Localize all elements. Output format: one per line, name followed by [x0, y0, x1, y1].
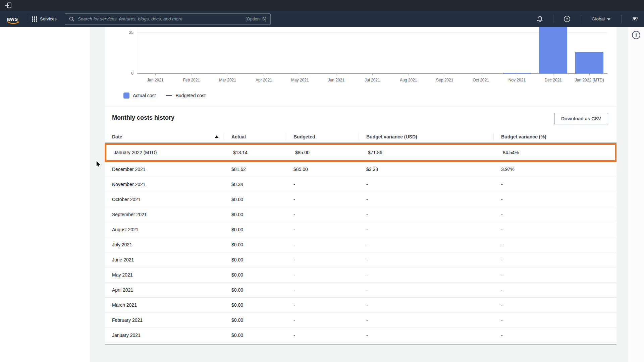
cell-actual: $81.62 [224, 162, 286, 177]
cell-variance_pct: - [494, 328, 616, 343]
cell-date: October 2021 [105, 192, 224, 207]
y-axis-tick-25: 25 [107, 30, 133, 35]
legend-swatch-budgeted-cost[interactable] [166, 95, 172, 96]
x-axis-tick [589, 74, 590, 75]
cell-variance_usd: - [359, 252, 494, 267]
chart-plot-area: Jan 2021Feb 2021Mar 2021Apr 2021May 2021… [137, 27, 607, 73]
cell-date: July 2021 [105, 237, 224, 252]
x-axis-label: Dec 2021 [545, 78, 562, 82]
cell-variance_usd: - [359, 328, 494, 343]
table-row-february-2021[interactable]: February 2021$0.00--- [105, 313, 616, 328]
sort-ascending-icon [215, 135, 219, 138]
column-header-label: Budgeted [293, 134, 315, 139]
search-input[interactable]: Search for services, features, blogs, do… [65, 13, 271, 25]
table-row-september-2021[interactable]: September 2021$0.00--- [105, 207, 616, 222]
x-axis-label: Nov 2021 [508, 78, 526, 82]
cell-variance_pct: 84.54% [495, 145, 618, 160]
page-background: 25 0 Jan 2021Feb 2021Mar 2021Apr 2021May… [0, 27, 644, 362]
table-row-january-2022-mtd-[interactable]: January 2022 (MTD)$13.14$85.00$71.8684.5… [106, 145, 615, 160]
table-row-march-2021[interactable]: March 2021$0.00--- [105, 298, 616, 313]
cell-date: December 2021 [105, 162, 224, 177]
cell-variance_usd: - [359, 298, 494, 312]
cell-actual: $0.00 [224, 298, 286, 312]
column-header-actual[interactable]: Actual [224, 131, 286, 142]
legend-label-actual-cost[interactable]: Actual cost [133, 93, 156, 98]
y-axis-tick-0: 0 [107, 71, 133, 76]
help-button[interactable]: ? [558, 15, 576, 22]
cell-date: September 2021 [105, 207, 224, 222]
x-axis-label: Jun 2021 [328, 78, 344, 82]
x-axis-label: Oct 2021 [473, 78, 489, 82]
cell-actual: $0.00 [224, 207, 286, 222]
bar-jan-2022-mtd-[interactable] [575, 52, 603, 73]
question-mark-icon: ? [564, 15, 571, 22]
legend-label-budgeted-cost[interactable]: Budgeted cost [175, 93, 206, 98]
cell-budgeted: - [286, 252, 359, 267]
table-row-august-2021[interactable]: August 2021$0.00--- [105, 222, 616, 237]
aws-logo[interactable]: aws [7, 16, 22, 22]
cell-variance_usd: - [359, 192, 494, 207]
cell-date: January 2021 [105, 328, 224, 343]
budget-detail-card: 25 0 Jan 2021Feb 2021Mar 2021Apr 2021May… [105, 27, 616, 345]
x-axis-tick [481, 74, 481, 75]
cost-history-chart: 25 0 Jan 2021Feb 2021Mar 2021Apr 2021May… [105, 27, 616, 83]
notifications-button[interactable] [531, 16, 548, 22]
chart-legend: Actual cost Budgeted cost [123, 93, 206, 99]
aws-smile-icon [7, 21, 20, 24]
cell-budgeted: - [286, 313, 359, 327]
table-row-july-2021[interactable]: July 2021$0.00--- [105, 237, 616, 252]
cell-variance_usd: - [359, 313, 494, 327]
table-row-december-2021[interactable]: December 2021$81.62$85.00$3.383.97% [105, 162, 616, 177]
cell-variance_pct: - [494, 298, 616, 312]
cell-date: May 2021 [105, 267, 224, 282]
table-row-january-2021[interactable]: January 2021$0.00--- [105, 328, 616, 343]
cell-actual: $13.14 [226, 145, 288, 160]
column-header-budget-variance-usd-[interactable]: Budget variance (USD) [359, 131, 494, 142]
nav-divider [553, 15, 553, 23]
cell-budgeted: - [286, 267, 359, 282]
x-axis-label: Apr 2021 [256, 78, 272, 82]
navbar-expand-caret[interactable] [633, 17, 637, 20]
cell-actual: $0.00 [224, 252, 286, 267]
cell-variance_pct: - [494, 192, 616, 207]
x-axis-tick [409, 74, 409, 75]
cell-variance_pct: - [494, 267, 616, 282]
sign-in-icon[interactable] [5, 2, 12, 9]
x-axis-label: Jan 2022 (MTD) [575, 78, 604, 82]
aws-console-navbar: aws Services Search for services, featur… [0, 11, 644, 27]
cell-variance_usd: - [359, 283, 494, 297]
column-header-label: Date [112, 134, 122, 139]
bar-dec-2021[interactable] [539, 27, 567, 73]
column-header-budgeted[interactable]: Budgeted [286, 131, 359, 142]
monthly-costs-section-header: Monthly costs history Download as CSV [105, 107, 616, 131]
section-title: Monthly costs history [112, 114, 174, 121]
column-header-date[interactable]: Date [105, 131, 224, 142]
x-axis-label: Feb 2021 [183, 78, 200, 82]
table-row-april-2021[interactable]: April 2021$0.00--- [105, 283, 616, 298]
table-row-may-2021[interactable]: May 2021$0.00--- [105, 267, 616, 283]
table-row-october-2021[interactable]: October 2021$0.00--- [105, 192, 616, 207]
region-selector[interactable]: Global [586, 16, 616, 21]
svg-text:?: ? [566, 17, 568, 21]
cell-variance_pct: - [494, 283, 616, 297]
cell-variance_pct: - [494, 222, 616, 237]
cell-variance_usd: - [359, 177, 494, 192]
cell-budgeted: - [286, 328, 359, 343]
nav-divider [27, 15, 27, 23]
x-axis-tick [336, 74, 336, 75]
x-axis-tick [228, 74, 228, 75]
cell-date: January 2022 (MTD) [106, 145, 226, 160]
download-csv-button[interactable]: Download as CSV [554, 113, 608, 124]
x-axis-tick [300, 74, 300, 75]
info-icon[interactable]: i [632, 31, 640, 39]
column-header-budget-variance-[interactable]: Budget variance (%) [494, 131, 616, 142]
cell-variance_pct: - [494, 177, 616, 192]
table-row-november-2021[interactable]: November 2021$0.34--- [105, 177, 616, 192]
legend-swatch-actual-cost[interactable] [123, 93, 129, 99]
services-menu-button[interactable]: Services [32, 16, 57, 22]
column-header-label: Budget variance (USD) [366, 134, 417, 139]
table-row-june-2021[interactable]: June 2021$0.00--- [105, 252, 616, 267]
table-header-row: DateActualBudgetedBudget variance (USD)B… [105, 131, 616, 143]
browser-top-strip [0, 0, 644, 11]
cell-budgeted: - [286, 237, 359, 252]
